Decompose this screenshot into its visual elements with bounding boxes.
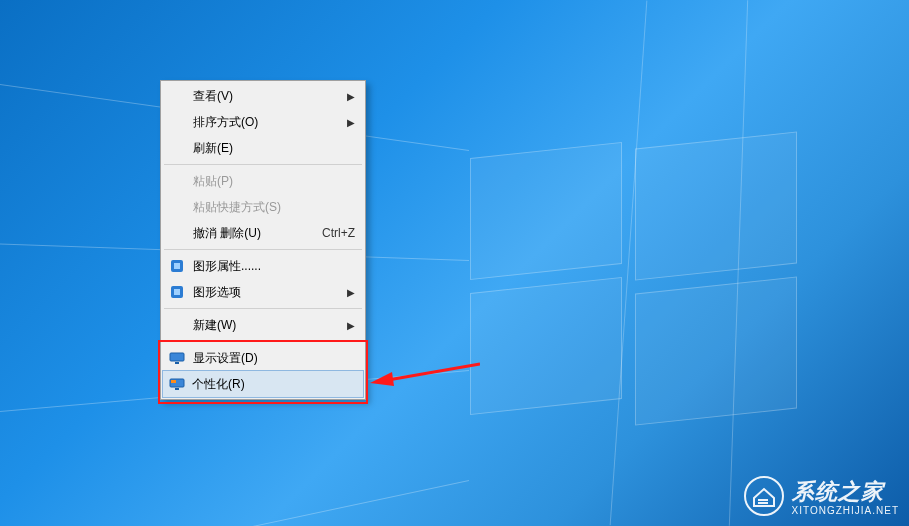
menu-undo-delete[interactable]: 撤消 删除(U) Ctrl+Z [163,220,363,246]
house-logo-icon [744,476,784,516]
menu-paste-shortcut: 粘贴快捷方式(S) [163,194,363,220]
menu-graphics-options-label: 图形选项 [193,284,241,301]
submenu-arrow-icon: ▶ [347,320,355,331]
graphics-chip-icon [169,284,185,300]
menu-separator [164,249,362,250]
menu-separator [164,164,362,165]
windows-logo [470,120,810,420]
watermark: 系统之家 XITONGZHIJIA.NET [744,476,900,516]
submenu-arrow-icon: ▶ [347,287,355,298]
svg-rect-8 [175,388,179,390]
menu-view[interactable]: 查看(V) ▶ [163,83,363,109]
menu-separator [164,341,362,342]
menu-display-settings[interactable]: 显示设置(D) [163,345,363,371]
svg-rect-7 [171,380,176,383]
menu-refresh[interactable]: 刷新(E) [163,135,363,161]
menu-new[interactable]: 新建(W) ▶ [163,312,363,338]
menu-graphics-options[interactable]: 图形选项 ▶ [163,279,363,305]
menu-new-label: 新建(W) [193,317,236,334]
menu-paste: 粘贴(P) [163,168,363,194]
svg-rect-4 [170,353,184,361]
menu-undo-delete-label: 撤消 删除(U) [193,225,261,242]
menu-paste-label: 粘贴(P) [193,173,233,190]
menu-graphics-properties[interactable]: 图形属性...... [163,253,363,279]
menu-graphics-properties-label: 图形属性...... [193,258,261,275]
menu-view-label: 查看(V) [193,88,233,105]
light-ray [0,480,469,526]
personalize-icon [169,376,185,392]
watermark-title: 系统之家 [792,477,900,507]
svg-point-11 [745,477,783,515]
watermark-url: XITONGZHIJIA.NET [792,505,900,516]
menu-separator [164,308,362,309]
desktop[interactable]: 查看(V) ▶ 排序方式(O) ▶ 刷新(E) 粘贴(P) 粘贴快捷方式(S) … [0,0,909,526]
svg-rect-3 [174,289,180,295]
watermark-text: 系统之家 XITONGZHIJIA.NET [792,477,900,516]
submenu-arrow-icon: ▶ [347,91,355,102]
context-menu: 查看(V) ▶ 排序方式(O) ▶ 刷新(E) 粘贴(P) 粘贴快捷方式(S) … [160,80,366,400]
menu-paste-shortcut-label: 粘贴快捷方式(S) [193,199,281,216]
menu-personalize-label: 个性化(R) [192,376,245,393]
menu-sort-label: 排序方式(O) [193,114,258,131]
menu-display-settings-label: 显示设置(D) [193,350,258,367]
submenu-arrow-icon: ▶ [347,117,355,128]
svg-rect-5 [175,362,179,364]
menu-refresh-label: 刷新(E) [193,140,233,157]
monitor-icon [169,350,185,366]
menu-personalize[interactable]: 个性化(R) [162,370,364,398]
menu-sort[interactable]: 排序方式(O) ▶ [163,109,363,135]
svg-rect-1 [174,263,180,269]
graphics-chip-icon [169,258,185,274]
menu-undo-delete-shortcut: Ctrl+Z [322,226,355,240]
